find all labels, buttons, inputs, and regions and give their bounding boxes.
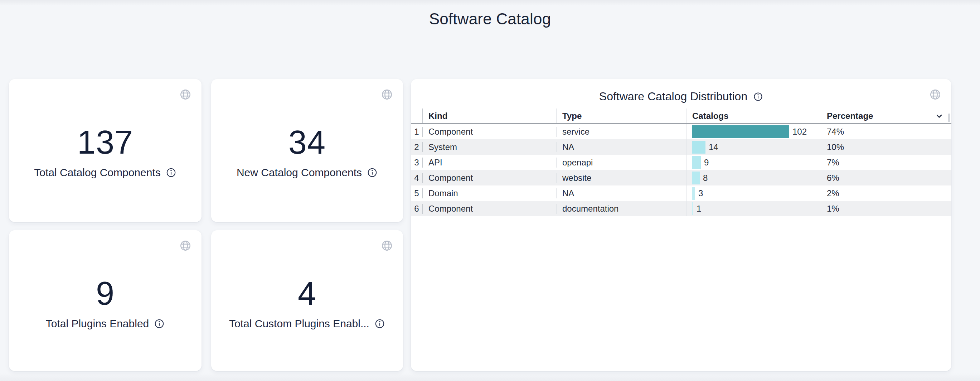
globe-icon[interactable]	[179, 88, 191, 100]
row-number: 1	[411, 127, 422, 137]
row-number: 5	[411, 188, 422, 198]
column-header-type[interactable]: Type	[556, 108, 687, 123]
cell-percentage: 1%	[827, 204, 839, 214]
table-row[interactable]: 5 Domain NA 3 2%	[411, 185, 951, 201]
chevron-down-icon[interactable]	[935, 112, 943, 120]
catalogs-bar	[692, 172, 700, 185]
cell-kind: Domain	[428, 188, 458, 198]
cell-kind: Component	[428, 173, 473, 183]
cell-kind: API	[428, 158, 442, 167]
info-icon[interactable]	[154, 318, 165, 329]
cell-percentage: 6%	[827, 173, 839, 183]
catalogs-value: 9	[704, 158, 709, 167]
catalogs-bar	[692, 156, 701, 169]
table-row[interactable]: 2 System NA 14 10%	[411, 139, 951, 155]
row-number: 3	[411, 158, 422, 167]
panel-title: Software Catalog Distribution	[599, 90, 747, 103]
stat-value: 9	[9, 270, 202, 316]
catalogs-value: 1	[697, 204, 701, 214]
table-row[interactable]: 3 API openapi 9 7%	[411, 155, 951, 170]
cell-kind: Component	[428, 204, 473, 214]
cell-percentage: 7%	[827, 158, 839, 167]
stat-card-new-catalog-components: 34 New Catalog Components	[211, 79, 403, 222]
catalogs-bar	[692, 125, 789, 138]
row-number: 6	[411, 204, 422, 214]
globe-icon[interactable]	[381, 88, 393, 100]
catalogs-value: 102	[792, 127, 807, 137]
table-row[interactable]: 4 Component website 8 6%	[411, 170, 951, 185]
catalogs-bar	[692, 202, 693, 215]
cell-type: service	[562, 127, 590, 136]
cell-percentage: 74%	[827, 127, 844, 137]
column-header-percentage-label: Percentage	[827, 111, 873, 121]
cell-type: openapi	[562, 158, 593, 167]
column-header-catalogs[interactable]: Catalogs	[687, 108, 821, 123]
column-header-kind[interactable]: Kind	[422, 108, 556, 123]
info-icon[interactable]	[753, 92, 763, 102]
catalogs-bar	[692, 187, 695, 200]
stat-card-total-plugins-enabled: 9 Total Plugins Enabled	[9, 230, 202, 371]
catalogs-value: 8	[703, 173, 708, 183]
distribution-panel: Software Catalog Distribution Kind Type …	[411, 79, 951, 371]
row-number: 2	[411, 142, 422, 152]
cell-percentage: 10%	[827, 142, 844, 152]
table-header-row: Kind Type Catalogs Percentage	[411, 108, 951, 124]
cell-kind: System	[428, 142, 457, 152]
stat-label: Total Plugins Enabled	[46, 317, 149, 330]
cell-type: documentation	[562, 204, 619, 214]
stat-card-total-catalog-components: 137 Total Catalog Components	[9, 79, 202, 222]
top-shadow	[0, 0, 980, 6]
globe-icon[interactable]	[179, 239, 191, 252]
cell-type: website	[562, 173, 591, 183]
stat-value: 34	[211, 119, 403, 165]
row-number: 4	[411, 173, 422, 183]
page-title: Software Catalog	[0, 10, 980, 28]
distribution-table: Kind Type Catalogs Percentage 1 Componen…	[411, 108, 951, 216]
cell-kind: Component	[428, 127, 473, 136]
column-header-percentage[interactable]: Percentage	[821, 108, 951, 123]
scrollbar-thumb[interactable]	[948, 113, 950, 122]
catalogs-value: 14	[709, 142, 718, 152]
catalogs-bar	[692, 141, 705, 154]
catalogs-value: 3	[698, 188, 703, 198]
table-row[interactable]: 1 Component service 102 74%	[411, 124, 951, 139]
info-icon[interactable]	[374, 318, 385, 329]
cell-type: NA	[562, 142, 574, 152]
globe-icon[interactable]	[381, 239, 393, 252]
stat-value: 137	[9, 119, 202, 165]
stat-label: New Catalog Components	[237, 166, 362, 179]
info-icon[interactable]	[166, 167, 177, 178]
stat-label: Total Catalog Components	[34, 166, 161, 179]
table-row[interactable]: 6 Component documentation 1 1%	[411, 201, 951, 216]
cell-type: NA	[562, 188, 574, 198]
stat-card-total-custom-plugins-enabled: 4 Total Custom Plugins Enabl...	[211, 230, 403, 371]
stat-label: Total Custom Plugins Enabl...	[229, 317, 369, 330]
info-icon[interactable]	[367, 167, 378, 178]
stat-value: 4	[211, 270, 403, 316]
cell-percentage: 2%	[827, 188, 839, 198]
bottom-shadow	[0, 373, 980, 381]
